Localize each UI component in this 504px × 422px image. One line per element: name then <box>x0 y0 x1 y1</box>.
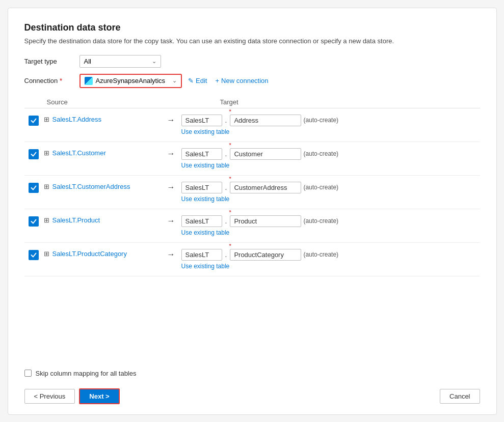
target-2: . * (auto-create) Use existing table <box>181 182 476 203</box>
destination-data-store-panel: Destination data store Specify the desti… <box>8 8 497 415</box>
target-4: . * (auto-create) Use existing table <box>181 249 476 270</box>
arrow-icon-4: → <box>161 249 181 259</box>
target-type-value: All <box>84 58 91 65</box>
table-row: ⊞ SalesLT.Product → . * (auto-create) Us… <box>24 209 480 243</box>
target-inputs-1: . * (auto-create) <box>181 148 476 160</box>
panel-title: Destination data store <box>24 22 480 33</box>
previous-button[interactable]: < Previous <box>24 389 75 404</box>
edit-connection-button[interactable]: ✎ Edit <box>186 76 209 86</box>
row-checkbox-0[interactable] <box>29 116 39 126</box>
source-label-2: SalesLT.CustomerAddress <box>52 183 130 190</box>
target-schema-input-1[interactable] <box>181 148 222 160</box>
arrow-icon-1: → <box>161 148 181 158</box>
source-name-1: ⊞ SalesLT.Customer <box>44 148 161 157</box>
source-label-3: SalesLT.Product <box>52 216 100 224</box>
source-column-header: Source <box>47 98 190 106</box>
table-header: Source Target <box>24 94 480 108</box>
target-schema-input-4[interactable] <box>181 249 222 261</box>
arrow-icon-2: → <box>161 182 181 192</box>
use-existing-link-3[interactable]: Use existing table <box>181 229 476 236</box>
footer-buttons: < Previous Next > Cancel <box>24 388 480 404</box>
target-table-input-4[interactable] <box>230 249 301 261</box>
table-icon: ⊞ <box>44 116 49 123</box>
autocreate-label-3: (auto-create) <box>303 217 338 224</box>
use-existing-link-0[interactable]: Use existing table <box>181 128 476 135</box>
target-0: . * (auto-create) Use existing table <box>181 115 476 135</box>
dot-separator-0: . <box>224 116 228 124</box>
req-col-2: * <box>230 182 301 193</box>
previous-label: < Previous <box>34 392 66 400</box>
skip-column-mapping-checkbox[interactable] <box>24 370 32 377</box>
cancel-button[interactable]: Cancel <box>440 389 480 404</box>
use-existing-link-2[interactable]: Use existing table <box>181 195 476 203</box>
dot-separator-2: . <box>224 183 228 191</box>
edit-icon: ✎ <box>188 77 194 85</box>
row-checkbox-4[interactable] <box>29 250 39 260</box>
next-label: Next > <box>89 392 109 400</box>
source-label-4: SalesLT.ProductCategory <box>52 250 127 258</box>
new-connection-button[interactable]: + New connection <box>213 76 270 86</box>
connection-value: AzureSynapseAnalytics <box>96 77 166 85</box>
source-name-2: ⊞ SalesLT.CustomerAddress <box>44 182 161 190</box>
autocreate-label-2: (auto-create) <box>303 184 338 191</box>
target-type-row: Target type All ⌄ <box>24 55 480 68</box>
dot-separator-4: . <box>224 250 228 259</box>
cancel-label: Cancel <box>449 392 470 400</box>
target-table-input-2[interactable] <box>230 182 301 193</box>
table-row: ⊞ SalesLT.Address → . * (auto-create) Us… <box>24 108 480 142</box>
required-indicator: * <box>60 77 62 85</box>
next-button[interactable]: Next > <box>79 388 119 404</box>
row-checkbox-2[interactable] <box>29 183 39 193</box>
table-icon: ⊞ <box>44 216 49 224</box>
table-icon: ⊞ <box>44 250 49 258</box>
row-checkbox-1[interactable] <box>29 149 39 159</box>
mapping-table: ⊞ SalesLT.Address → . * (auto-create) Us… <box>24 108 480 361</box>
target-table-input-3[interactable] <box>230 215 301 227</box>
target-1: . * (auto-create) Use existing table <box>181 148 476 169</box>
source-name-0: ⊞ SalesLT.Address <box>44 115 161 123</box>
target-inputs-4: . * (auto-create) <box>181 249 476 261</box>
target-schema-input-2[interactable] <box>181 182 222 193</box>
target-table-input-0[interactable] <box>230 115 301 126</box>
autocreate-label-1: (auto-create) <box>303 150 338 157</box>
skip-column-mapping-label: Skip column mapping for all tables <box>36 370 137 377</box>
azure-synapse-icon <box>85 77 93 85</box>
chevron-down-icon: ⌄ <box>148 58 156 65</box>
edit-label: Edit <box>196 77 207 85</box>
table-row: ⊞ SalesLT.CustomerAddress → . * (auto-cr… <box>24 176 480 209</box>
table-icon: ⊞ <box>44 183 49 190</box>
left-button-group: < Previous Next > <box>24 388 120 404</box>
table-row: ⊞ SalesLT.Customer → . * (auto-create) U… <box>24 142 480 176</box>
target-inputs-3: . * (auto-create) <box>181 215 476 227</box>
autocreate-label-0: (auto-create) <box>303 117 338 124</box>
req-col-3: * <box>230 215 301 227</box>
req-col-0: * <box>230 115 301 126</box>
target-schema-input-3[interactable] <box>181 215 222 227</box>
connection-row: Connection * AzureSynapseAnalytics ⌄ ✎ E… <box>24 74 480 88</box>
autocreate-label-4: (auto-create) <box>303 251 338 258</box>
target-inputs-2: . * (auto-create) <box>181 182 476 193</box>
target-3: . * (auto-create) Use existing table <box>181 215 476 236</box>
dot-separator-3: . <box>224 217 228 225</box>
dot-separator-1: . <box>224 150 228 158</box>
table-row: ⊞ SalesLT.ProductCategory → . * (auto-cr… <box>24 243 480 276</box>
panel-description: Specify the destination data store for t… <box>24 37 480 45</box>
source-label-0: SalesLT.Address <box>52 116 102 123</box>
req-col-1: * <box>230 148 301 160</box>
target-column-header: Target <box>220 98 238 106</box>
plus-icon: + <box>215 77 219 85</box>
table-icon: ⊞ <box>44 149 49 157</box>
row-checkbox-3[interactable] <box>29 216 39 227</box>
target-type-select[interactable]: All ⌄ <box>79 55 161 68</box>
connection-label: Connection * <box>24 77 75 85</box>
req-col-4: * <box>230 249 301 261</box>
skip-column-mapping-row: Skip column mapping for all tables <box>24 370 480 377</box>
use-existing-link-1[interactable]: Use existing table <box>181 162 476 169</box>
target-table-input-1[interactable] <box>230 148 301 160</box>
connection-select[interactable]: AzureSynapseAnalytics ⌄ <box>79 74 182 88</box>
arrow-icon-3: → <box>161 215 181 226</box>
use-existing-link-4[interactable]: Use existing table <box>181 263 476 270</box>
arrow-icon-0: → <box>161 115 181 125</box>
target-type-label: Target type <box>24 58 75 65</box>
target-schema-input-0[interactable] <box>181 115 222 126</box>
